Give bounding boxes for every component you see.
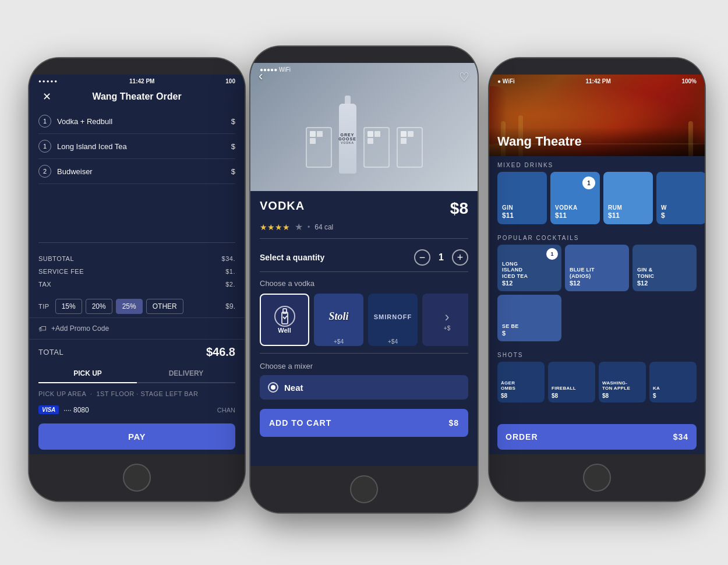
phone-right: ● WiFi 11:42 PM 100%: [489, 58, 705, 501]
promo-icon: 🏷: [38, 324, 47, 333]
product-name-row: VODKA $8: [260, 199, 468, 218]
order-title: Wang Theater Order: [92, 91, 181, 102]
vodka-option-smirnoff[interactable]: SMIRNOFF +$4: [368, 294, 418, 346]
item-name-2: Long Island Iced Tea: [57, 142, 231, 151]
smirnoff-upcharge: +$4: [388, 338, 398, 345]
order-items-list: 1 Vodka + Redbull $ 1 Long Island Iced T…: [29, 109, 245, 238]
well-label: Well: [278, 327, 291, 334]
product-image-container: GREY GOOSE VODKA: [250, 63, 478, 191]
product-price: $8: [450, 199, 468, 218]
well-icon: [274, 306, 295, 327]
battery-right: 100%: [681, 78, 697, 84]
cocktail-grid: 1 LONGISLANDICED TEA $12 BLUE LIT(ADIOS)…: [489, 245, 705, 346]
payment-number: ···· 8080: [63, 406, 89, 414]
phone-bottom-center: [250, 466, 478, 513]
cocktail-name-se: SE BE: [502, 323, 557, 330]
cocktail-gin-tonic[interactable]: GIN &TONIC $12: [632, 245, 697, 291]
shot-washington[interactable]: WASHING-TON APPLE $8: [599, 362, 646, 402]
change-link[interactable]: CHAN: [217, 407, 235, 414]
total-label: TOTAL: [38, 348, 63, 356]
item-name-3: Budweiser: [57, 167, 231, 176]
phone-left: ●●●●● 11:42 PM 100 ✕ Wang Theater Order …: [29, 58, 245, 501]
menu-screen: ● WiFi 11:42 PM 100%: [489, 75, 705, 454]
delivery-tab[interactable]: DELIVERY: [137, 365, 235, 382]
order-divider: [38, 242, 235, 243]
item-qty-1: 1: [38, 115, 51, 128]
cocktail-price-se: $: [502, 330, 557, 337]
cocktail-se[interactable]: SE BE $: [497, 295, 561, 341]
order-item: 1 Vodka + Redbull $: [38, 109, 235, 134]
tip-20-button[interactable]: 20%: [86, 299, 112, 314]
order-label: ORDER: [506, 432, 538, 442]
mixed-drinks-header: MIXED DRINKS: [489, 156, 705, 172]
long-island-badge: 1: [546, 248, 558, 260]
add-to-cart-button[interactable]: ADD TO CART $8: [260, 409, 468, 437]
tip-15-button[interactable]: 15%: [55, 299, 82, 314]
tax-label: TAX: [38, 281, 51, 288]
half-star: ★: [295, 221, 303, 232]
qty-plus-button[interactable]: +: [452, 249, 468, 266]
drinks-grid: GIN $11 1 VODKA $11 RUM $11 W $: [489, 172, 705, 229]
status-bar-center: ●●●●● WiFi: [250, 66, 478, 73]
shot-ka[interactable]: KA $: [649, 362, 697, 402]
product-name: VODKA: [260, 199, 305, 213]
order-price: $34: [673, 432, 688, 442]
home-button-center[interactable]: [350, 475, 378, 503]
home-button-left[interactable]: [123, 464, 151, 492]
pickup-tab[interactable]: PICK UP: [38, 365, 137, 383]
qty-minus-button[interactable]: −: [414, 249, 430, 266]
cocktail-long-island[interactable]: 1 LONGISLANDICED TEA $12: [497, 245, 561, 291]
phone-top-left: [29, 58, 245, 75]
tax-row: TAX $2.: [38, 278, 235, 291]
cocktail-name-gt: GIN &TONIC: [637, 267, 692, 280]
vodka-option-well[interactable]: Well: [260, 294, 309, 346]
phone-top-center: [250, 47, 478, 63]
item-price-1: $: [231, 117, 235, 126]
time-right: 11:42 PM: [585, 78, 610, 84]
signal-center: ●●●●● WiFi: [260, 66, 291, 73]
close-button[interactable]: ✕: [38, 89, 55, 105]
service-fee-value: $1.: [225, 268, 235, 275]
shot-name-ka: KA: [653, 386, 693, 391]
mixer-neat[interactable]: Neat: [260, 375, 468, 400]
shot-jager[interactable]: ÄGEROMBS $8: [497, 362, 545, 402]
promo-row[interactable]: 🏷 +Add Promo Code: [29, 317, 245, 340]
shot-fireball[interactable]: FIREBALL $8: [548, 362, 595, 402]
calories: 64 cal: [314, 223, 333, 231]
cocktail-price-bl: $12: [570, 280, 624, 287]
vodka-option-more[interactable]: › +$: [422, 294, 468, 346]
drink-name-rum: RUM: [608, 204, 648, 211]
phone-top-right: [489, 58, 705, 75]
drink-name-w: W: [661, 204, 701, 211]
screen-center: GREY GOOSE VODKA: [250, 63, 478, 466]
vodka-option-stoli[interactable]: Stoli +$4: [314, 294, 363, 346]
drink-tile-w[interactable]: W $: [656, 172, 705, 224]
shot-name-washington: WASHING-TON APPLE: [602, 380, 642, 391]
status-bar-right: ● WiFi 11:42 PM 100%: [489, 78, 705, 84]
order-item: 1 Long Island Iced Tea $: [38, 134, 235, 159]
total-row: TOTAL $46.8: [29, 340, 245, 365]
stoli-brand: Stoli: [314, 295, 363, 338]
qty-label: Select a quantity: [260, 253, 324, 262]
stars: ★★★★: [260, 223, 290, 232]
drink-tile-rum[interactable]: RUM $11: [603, 172, 653, 224]
cocktails-header: POPULAR COCKTAILS: [489, 229, 705, 245]
product-screen: GREY GOOSE VODKA: [250, 63, 478, 466]
mixer-neat-label: Neat: [284, 383, 303, 393]
choose-vodka-section: Choose a vodka Well: [250, 277, 478, 353]
tip-other-button[interactable]: OTHER: [146, 299, 183, 314]
tip-section: TIP 15% 20% 25% OTHER $9.: [29, 295, 245, 317]
cocktail-blue-lit[interactable]: BLUE LIT(ADIOS) $12: [565, 245, 629, 291]
product-info: VODKA $8 ★★★★★ • 64 cal: [250, 191, 478, 249]
home-button-right[interactable]: [583, 464, 611, 492]
order-button[interactable]: ORDER $34: [497, 424, 697, 450]
cocktail-name-bl: BLUE LIT(ADIOS): [570, 267, 624, 280]
drink-tile-gin[interactable]: GIN $11: [497, 172, 547, 224]
tax-value: $2.: [225, 281, 235, 288]
venue-overlay: Wang Theatre: [489, 127, 705, 156]
signal-right: ● WiFi: [497, 78, 515, 84]
drink-price-gin: $11: [502, 211, 542, 220]
drink-tile-vodka[interactable]: 1 VODKA $11: [550, 172, 600, 224]
pay-button[interactable]: PAY: [38, 423, 235, 450]
tip-25-button[interactable]: 25%: [116, 299, 143, 314]
